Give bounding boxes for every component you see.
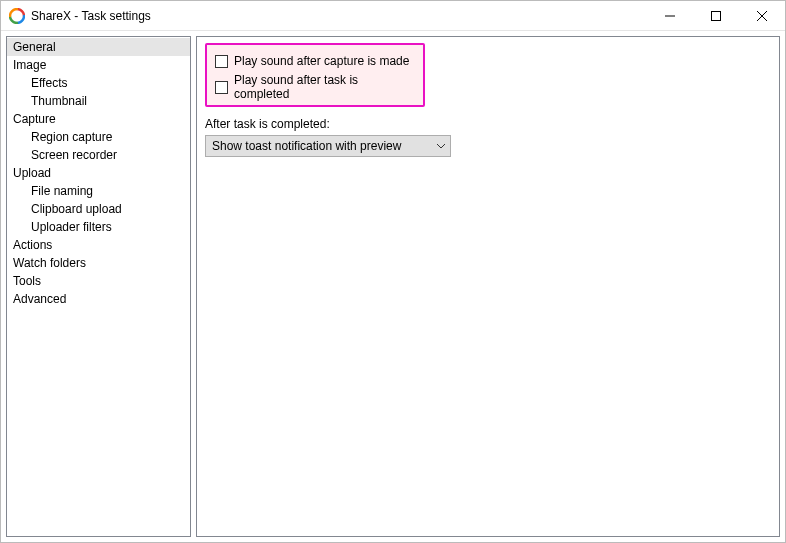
sidebar-item-capture[interactable]: Capture [7,110,190,128]
window-body: GeneralImageEffectsThumbnailCaptureRegio… [1,31,785,542]
after-task-dropdown[interactable]: Show toast notification with preview [205,135,451,157]
sidebar-item-region-capture[interactable]: Region capture [7,128,190,146]
close-button[interactable] [739,1,785,30]
titlebar: ShareX - Task settings [1,1,785,31]
sidebar-item-watch-folders[interactable]: Watch folders [7,254,190,272]
maximize-button[interactable] [693,1,739,30]
sidebar-item-actions[interactable]: Actions [7,236,190,254]
after-task-dropdown-text: Show toast notification with preview [212,139,432,153]
window-title: ShareX - Task settings [31,9,647,23]
svg-rect-1 [712,11,721,20]
sidebar-item-file-naming[interactable]: File naming [7,182,190,200]
sidebar-item-clipboard-upload[interactable]: Clipboard upload [7,200,190,218]
sidebar-item-general[interactable]: General [7,38,190,56]
sidebar-item-screen-recorder[interactable]: Screen recorder [7,146,190,164]
sidebar-item-upload[interactable]: Upload [7,164,190,182]
play-sound-task-label: Play sound after task is completed [234,73,415,101]
chevron-down-icon [432,142,450,150]
play-sound-task-row[interactable]: Play sound after task is completed [215,77,415,97]
play-sound-capture-label: Play sound after capture is made [234,54,409,68]
task-settings-window: ShareX - Task settings GeneralImageEffec… [0,0,786,543]
play-sound-task-checkbox[interactable] [215,81,228,94]
after-task-label: After task is completed: [205,117,771,131]
sidebar-item-thumbnail[interactable]: Thumbnail [7,92,190,110]
sidebar-item-advanced[interactable]: Advanced [7,290,190,308]
sidebar-item-tools[interactable]: Tools [7,272,190,290]
play-sound-capture-checkbox[interactable] [215,55,228,68]
highlight-box: Play sound after capture is made Play so… [205,43,425,107]
sidebar-item-effects[interactable]: Effects [7,74,190,92]
settings-content: Play sound after capture is made Play so… [196,36,780,537]
sidebar-item-image[interactable]: Image [7,56,190,74]
sharex-icon [9,8,25,24]
play-sound-capture-row[interactable]: Play sound after capture is made [215,51,415,71]
minimize-button[interactable] [647,1,693,30]
sidebar-item-uploader-filters[interactable]: Uploader filters [7,218,190,236]
settings-sidebar[interactable]: GeneralImageEffectsThumbnailCaptureRegio… [6,36,191,537]
window-controls [647,1,785,30]
